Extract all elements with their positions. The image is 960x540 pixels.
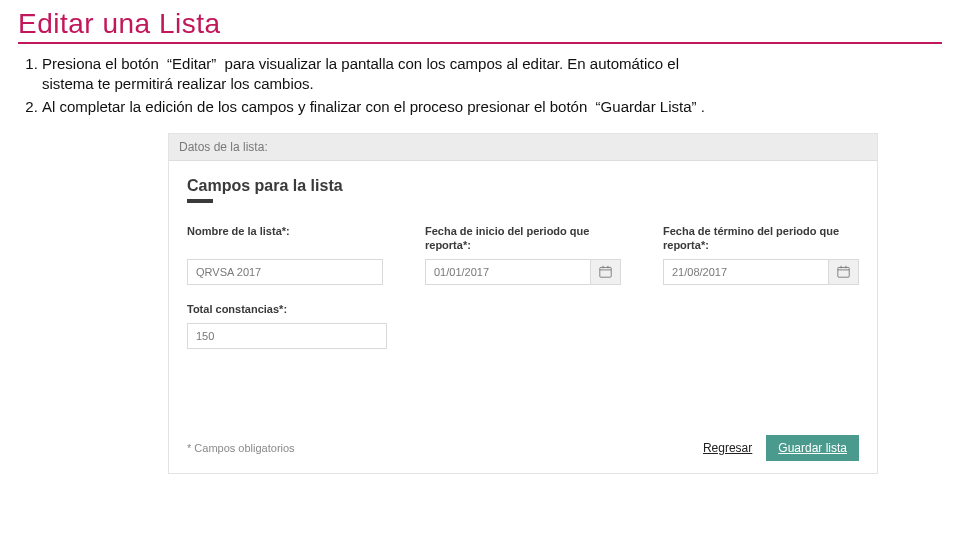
page-title: Editar una Lista bbox=[18, 8, 942, 44]
panel-header: Datos de la lista: bbox=[169, 134, 877, 161]
field-start-date: Fecha de inicio del periodo que reporta*… bbox=[425, 225, 621, 285]
section-title: Campos para la lista bbox=[187, 177, 859, 195]
back-link[interactable]: Regresar bbox=[703, 441, 752, 455]
instructions: Presiona el botón “Editar” para visualiz… bbox=[18, 54, 942, 117]
section-divider bbox=[187, 199, 213, 203]
label-end-date: Fecha de término del periodo que reporta… bbox=[663, 225, 859, 253]
calendar-icon[interactable] bbox=[590, 260, 620, 284]
field-name: Nombre de la lista*: bbox=[187, 225, 383, 285]
step-2: Al completar la edición de los campos y … bbox=[42, 97, 942, 117]
step-1-line2: sistema te permitirá realizar los cambio… bbox=[42, 74, 942, 94]
field-total: Total constancias*: bbox=[187, 303, 387, 349]
step-1-line1: Presiona el botón “Editar” para visualiz… bbox=[42, 55, 679, 72]
form-panel: Datos de la lista: Campos para la lista … bbox=[168, 133, 878, 474]
svg-rect-4 bbox=[838, 268, 849, 278]
input-total[interactable] bbox=[188, 330, 386, 342]
label-total: Total constancias*: bbox=[187, 303, 387, 317]
step-1: Presiona el botón “Editar” para visualiz… bbox=[42, 54, 942, 95]
input-end-date[interactable] bbox=[664, 266, 828, 278]
calendar-icon[interactable] bbox=[828, 260, 858, 284]
save-button[interactable]: Guardar lista bbox=[766, 435, 859, 461]
field-end-date: Fecha de término del periodo que reporta… bbox=[663, 225, 859, 285]
label-start-date: Fecha de inicio del periodo que reporta*… bbox=[425, 225, 621, 253]
input-name[interactable] bbox=[188, 266, 382, 278]
label-name: Nombre de la lista*: bbox=[187, 225, 383, 253]
svg-rect-0 bbox=[600, 268, 611, 278]
required-note: * Campos obligatorios bbox=[187, 442, 295, 454]
input-start-date[interactable] bbox=[426, 266, 590, 278]
